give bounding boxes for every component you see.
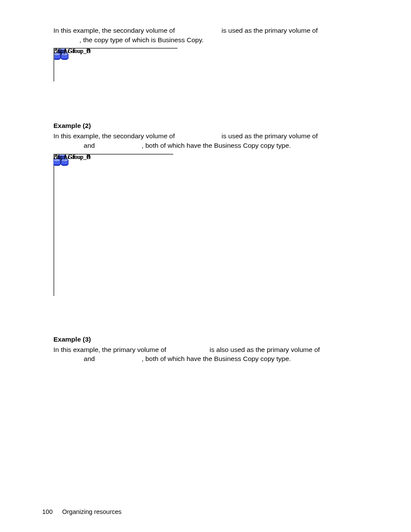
connector-line	[53, 48, 54, 81]
intro-text-1b: is used as the primary volume of	[221, 27, 318, 34]
ex2-text-1a: In this example, the secondary volume of	[53, 132, 177, 140]
intro-text-1a: In this example, the secondary volume of	[53, 27, 177, 34]
example-2-heading: Example (2)	[35, 122, 376, 130]
ex3-text-1b: is also used as the primary volume of	[210, 346, 320, 353]
arrow-line	[53, 48, 103, 49]
ex3-text-2a: and	[84, 355, 97, 362]
diagram-1: Copy Group_A Copy Group_B Cnt Ac-S Cnt A…	[53, 48, 282, 112]
ex2-text-2b: , both of which have the Business Copy c…	[142, 142, 291, 149]
connector-line	[53, 154, 54, 253]
example-3-heading: Example (3)	[35, 336, 376, 343]
example-3-para: In this example, the primary volume of i…	[35, 345, 376, 364]
ex3-text-1a: In this example, the primary volume of	[53, 346, 168, 353]
ex2-text-2a: and	[84, 142, 97, 149]
diagram-2: Copy Group_A Copy Group_D Cnt Ac-S BC Co…	[53, 154, 282, 326]
ex2-text-1b: is used as the primary volume of	[221, 132, 318, 140]
ex3-text-2b: , both of which have the Business Copy c…	[142, 355, 291, 362]
intro-para: In this example, the secondary volume of…	[35, 26, 376, 44]
connector-line	[53, 154, 173, 155]
arrow-head-icon	[53, 48, 57, 52]
intro-text-2: , the copy type of which is Business Cop…	[79, 36, 203, 44]
example-2-para: In this example, the secondary volume of…	[35, 131, 376, 150]
connector-line	[53, 154, 54, 156]
